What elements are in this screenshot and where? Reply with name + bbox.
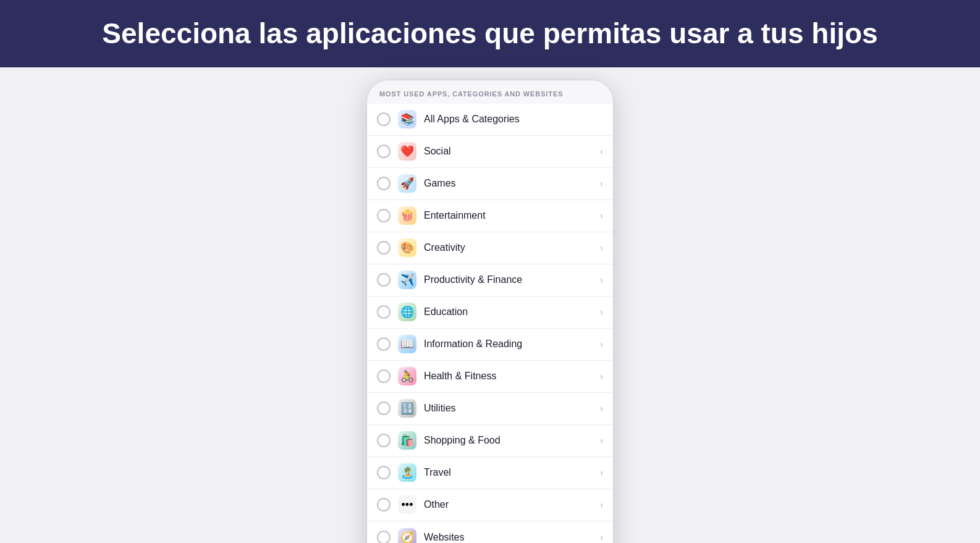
radio-information[interactable]	[377, 337, 391, 351]
list-item-health[interactable]: 🚴Health & Fitness›	[367, 361, 613, 393]
chevron-utilities: ›	[600, 403, 603, 413]
radio-games[interactable]	[377, 177, 391, 190]
label-productivity: Productivity & Finance	[424, 274, 600, 285]
list-item-social[interactable]: ❤️Social›	[367, 136, 613, 168]
radio-other[interactable]	[377, 498, 391, 511]
label-education: Education	[424, 306, 600, 318]
icon-utilities: 🔢	[398, 399, 416, 418]
radio-travel[interactable]	[377, 466, 391, 479]
icon-shopping: 🛍️	[398, 431, 416, 450]
chevron-games: ›	[600, 179, 603, 188]
label-games: Games	[424, 178, 600, 189]
chevron-social: ›	[600, 146, 603, 156]
icon-games: 🚀	[398, 174, 416, 193]
icon-health: 🚴	[398, 367, 416, 385]
radio-productivity[interactable]	[377, 273, 391, 287]
icon-travel: 🏝️	[398, 463, 416, 482]
radio-utilities[interactable]	[377, 402, 391, 415]
icon-education: 🌐	[398, 303, 416, 321]
list-item-all[interactable]: 📚All Apps & Categories	[367, 104, 613, 136]
list-item-entertainment[interactable]: 🍿Entertainment›	[367, 200, 613, 232]
categories-list: 📚All Apps & Categories❤️Social›🚀Games›🍿E…	[367, 104, 613, 543]
page-title: Selecciona las aplicaciones que permitas…	[102, 17, 877, 50]
radio-websites[interactable]	[377, 531, 391, 543]
list-item-shopping[interactable]: 🛍️Shopping & Food›	[367, 425, 613, 457]
list-item-utilities[interactable]: 🔢Utilities›	[367, 393, 613, 425]
phone-mockup: MOST USED APPS, CATEGORIES AND WEBSITES …	[366, 80, 614, 543]
icon-entertainment: 🍿	[398, 206, 416, 225]
icon-all: 📚	[398, 110, 416, 128]
icon-social: ❤️	[398, 142, 416, 161]
icon-information: 📖	[398, 335, 416, 353]
label-other: Other	[424, 499, 600, 510]
chevron-shopping: ›	[600, 436, 603, 445]
icon-creativity: 🎨	[398, 238, 416, 257]
section-header: MOST USED APPS, CATEGORIES AND WEBSITES	[367, 80, 613, 104]
chevron-entertainment: ›	[600, 211, 603, 221]
header-banner: Selecciona las aplicaciones que permitas…	[0, 0, 980, 67]
icon-other: •••	[398, 495, 416, 514]
label-utilities: Utilities	[424, 403, 600, 414]
chevron-education: ›	[600, 307, 603, 317]
chevron-information: ›	[600, 339, 603, 349]
list-item-games[interactable]: 🚀Games›	[367, 168, 613, 200]
chevron-travel: ›	[600, 468, 603, 478]
label-health: Health & Fitness	[424, 371, 600, 382]
label-creativity: Creativity	[424, 242, 600, 253]
list-item-websites[interactable]: 🧭Websites›	[367, 521, 613, 543]
label-information: Information & Reading	[424, 339, 600, 350]
radio-creativity[interactable]	[377, 241, 391, 255]
label-websites: Websites	[424, 532, 600, 543]
chevron-creativity: ›	[600, 243, 603, 253]
list-item-productivity[interactable]: ✈️Productivity & Finance›	[367, 264, 613, 297]
chevron-websites: ›	[600, 532, 603, 542]
list-item-travel[interactable]: 🏝️Travel›	[367, 457, 613, 489]
radio-education[interactable]	[377, 305, 391, 319]
radio-all[interactable]	[377, 112, 391, 126]
label-all: All Apps & Categories	[424, 114, 603, 125]
list-item-education[interactable]: 🌐Education›	[367, 297, 613, 329]
chevron-health: ›	[600, 371, 603, 381]
radio-health[interactable]	[377, 369, 391, 383]
radio-entertainment[interactable]	[377, 209, 391, 222]
list-item-information[interactable]: 📖Information & Reading›	[367, 329, 613, 361]
icon-websites: 🧭	[398, 528, 416, 543]
list-item-other[interactable]: •••Other›	[367, 489, 613, 521]
label-social: Social	[424, 146, 600, 157]
chevron-other: ›	[600, 500, 603, 510]
radio-shopping[interactable]	[377, 434, 391, 447]
icon-productivity: ✈️	[398, 271, 416, 289]
label-entertainment: Entertainment	[424, 210, 600, 221]
radio-social[interactable]	[377, 145, 391, 158]
main-content: MOST USED APPS, CATEGORIES AND WEBSITES …	[0, 67, 980, 543]
label-travel: Travel	[424, 467, 600, 478]
chevron-productivity: ›	[600, 275, 603, 285]
list-item-creativity[interactable]: 🎨Creativity›	[367, 232, 613, 264]
label-shopping: Shopping & Food	[424, 435, 600, 446]
